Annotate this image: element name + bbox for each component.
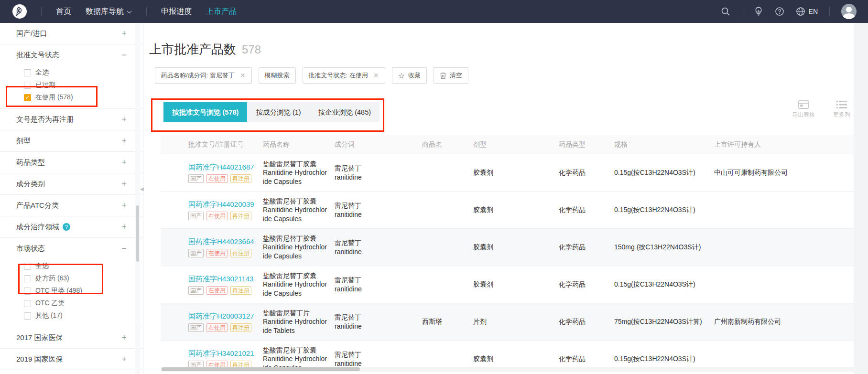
sidebar-section-title: 2017 国家医保: [16, 333, 63, 342]
table-row[interactable]: 国药准字H44020039 国产在使用再注册 盐酸雷尼替丁胶囊Ranitidin…: [161, 192, 854, 229]
table-row[interactable]: 国药准字H44021687 国产在使用再注册 盐酸雷尼替丁胶囊Ranitidin…: [161, 154, 854, 192]
expand-toggle-icon[interactable]: +: [121, 333, 127, 343]
checkbox[interactable]: [24, 312, 31, 320]
filter-checkbox-item[interactable]: 处方药 (63): [24, 272, 127, 285]
checkbox[interactable]: [24, 300, 31, 307]
sidebar-section-header[interactable]: 成分类别 +: [16, 173, 127, 194]
column-header: 商品名: [422, 140, 473, 149]
table-horizontal-scrollbar-thumb[interactable]: [162, 367, 360, 371]
close-icon[interactable]: ✕: [373, 72, 379, 79]
close-icon[interactable]: ✕: [240, 72, 246, 79]
sidebar-section-header[interactable]: 批准文号状态 −: [16, 44, 127, 65]
filter-chip[interactable]: 药品名称/成分词: 雷尼替丁 ✕: [155, 67, 252, 84]
lightbulb-icon[interactable]: [754, 6, 763, 17]
license-holder: 广州南新制药有限公司: [714, 317, 854, 326]
sidebar-section-header[interactable]: 成分治疗领域 ? +: [16, 216, 127, 237]
checkbox[interactable]: ✓: [24, 94, 31, 101]
sidebar-section: 文号是否为再注册 +: [0, 109, 143, 130]
table-row[interactable]: 国药准字H43021143 国产在使用再注册 盐酸雷尼替丁胶囊Ranitidin…: [161, 266, 854, 303]
expand-toggle-icon[interactable]: +: [121, 29, 127, 39]
nav-item-marketed-products[interactable]: 上市产品: [206, 7, 237, 17]
sidebar-section-header[interactable]: 文号是否为再注册 +: [16, 109, 127, 130]
nav-item-home[interactable]: 首页: [56, 7, 71, 17]
approval-number-link[interactable]: 国药准字H44023664: [188, 237, 256, 246]
tab[interactable]: 按成分浏览 (1): [247, 102, 309, 122]
drug-type: 化学药品: [559, 317, 614, 326]
sidebar-section-title: 成分治疗领域: [16, 223, 59, 232]
tab[interactable]: 按批准文号浏览 (578): [163, 102, 247, 122]
approval-number-link[interactable]: 国药准字H34021021: [188, 349, 256, 358]
filter-chip[interactable]: 清空: [434, 67, 468, 84]
nav-item-database-nav[interactable]: 数据库导航: [86, 7, 132, 17]
approval-number-link[interactable]: 国药准字H20003127: [188, 311, 256, 321]
sidebar-section-header[interactable]: 市场状态 −: [16, 238, 127, 259]
sidebar-section: 批准文号状态 − 全选 已过期 ✓ 在使用 (578): [0, 44, 143, 109]
checkbox[interactable]: [24, 263, 31, 270]
status-badge: 再注册: [230, 286, 251, 295]
nav-item-filing-progress[interactable]: 申报进度: [161, 7, 192, 17]
logo[interactable]: [12, 4, 27, 19]
sidebar-section-header[interactable]: 药品类型 +: [16, 152, 127, 173]
approval-number-link[interactable]: 国药准字H44020039: [188, 200, 256, 209]
expand-toggle-icon[interactable]: +: [121, 179, 127, 189]
export-table-icon: [798, 100, 809, 109]
filter-chip[interactable]: ☆ 收藏: [392, 67, 427, 84]
checkbox-label: 其他 (17): [35, 311, 63, 320]
checkbox[interactable]: [24, 275, 31, 282]
filter-checkbox-item[interactable]: 全选: [24, 260, 127, 272]
filter-checkbox-item[interactable]: OTC 乙类: [24, 297, 127, 310]
more-columns-button[interactable]: 更多列: [828, 100, 856, 119]
checkbox[interactable]: [24, 69, 31, 76]
expand-toggle-icon[interactable]: −: [121, 50, 127, 60]
avatar[interactable]: [841, 4, 857, 19]
expand-toggle-icon[interactable]: +: [121, 115, 127, 125]
language-switch[interactable]: EN: [796, 7, 818, 16]
checkbox[interactable]: [24, 82, 31, 89]
filter-checkbox-item[interactable]: 其他 (17): [24, 310, 127, 322]
view-tabs: 按批准文号浏览 (578)按成分浏览 (1)按企业浏览 (485): [163, 102, 380, 122]
search-icon[interactable]: [721, 7, 730, 16]
ingredient-cn: 雷尼替丁: [335, 238, 415, 247]
column-header: 药品名称: [263, 140, 335, 149]
star-icon: ☆: [398, 71, 405, 80]
column-header: 剂型: [473, 140, 559, 149]
filter-checkbox-item[interactable]: ✓ 在使用 (578): [24, 91, 127, 104]
status-badge: 再注册: [230, 212, 251, 220]
sidebar-scrollbar-thumb[interactable]: [136, 205, 139, 262]
expand-toggle-icon[interactable]: +: [121, 201, 127, 211]
expand-toggle-icon[interactable]: +: [121, 354, 127, 364]
status-badge: 国产: [188, 212, 204, 220]
filter-chip[interactable]: 批准文号状态: 在使用 ✕: [303, 67, 385, 84]
expand-toggle-icon[interactable]: −: [121, 244, 127, 254]
filter-chip[interactable]: 模糊搜索: [259, 67, 296, 84]
sidebar-section-header[interactable]: 产品ATC分类 +: [16, 195, 127, 216]
filter-checkbox-item[interactable]: OTC 甲类 (498): [24, 285, 127, 297]
export-table-button[interactable]: 导出表格: [790, 100, 817, 119]
filter-checkbox-item[interactable]: 全选: [24, 66, 127, 79]
sidebar-section: 产品ATC分类 +: [0, 195, 143, 216]
nav-item-label: 首页: [56, 7, 71, 17]
help-tooltip-icon[interactable]: ?: [63, 223, 70, 231]
sidebar-section-header[interactable]: 2017 国家医保 +: [16, 327, 127, 348]
approval-number-link[interactable]: 国药准字H44021687: [188, 162, 256, 172]
filter-checkbox-item[interactable]: 已过期: [24, 79, 127, 91]
table-row[interactable]: 国药准字H44023664 国产在使用再注册 盐酸雷尼替丁胶囊Ranitidin…: [161, 229, 854, 266]
help-icon[interactable]: [775, 7, 784, 16]
column-header: 批准文号/注册证号: [188, 140, 263, 149]
sidebar-section: 市场状态 − 全选 处方药 (63) OTC 甲类 (498) OTC 乙类 其…: [0, 238, 143, 327]
expand-toggle-icon[interactable]: +: [121, 136, 127, 146]
table-row[interactable]: 国药准字H20003127 国产在使用再注册 盐酸雷尼替丁片Ranitidine…: [161, 303, 854, 341]
more-columns-icon: [836, 100, 847, 109]
nav-item-label: 数据库导航: [86, 7, 124, 17]
tab[interactable]: 按企业浏览 (485): [310, 102, 380, 122]
sidebar-collapse-icon[interactable]: ◀: [140, 182, 146, 195]
sidebar-section-header[interactable]: 2019 国家医保 +: [16, 349, 127, 370]
checkbox[interactable]: [24, 288, 31, 295]
approval-number-link[interactable]: 国药准字H43021143: [188, 274, 256, 284]
specification: 0.15g(按C13H22N4O3S计): [614, 168, 714, 177]
expand-toggle-icon[interactable]: +: [121, 158, 127, 168]
sidebar-section-header[interactable]: 剂型 +: [16, 130, 127, 151]
sidebar-section-header[interactable]: 上市药品目录集类别 +: [16, 370, 127, 374]
expand-toggle-icon[interactable]: +: [121, 222, 127, 232]
sidebar-section-header[interactable]: 国产/进口 +: [16, 23, 127, 44]
